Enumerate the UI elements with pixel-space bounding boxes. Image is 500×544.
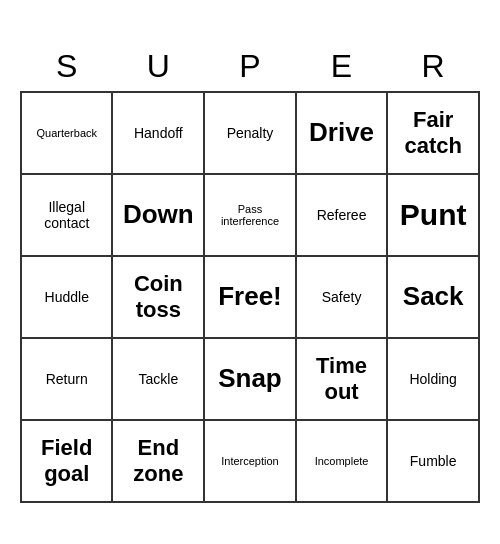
bingo-cell[interactable]: Penalty	[204, 92, 296, 174]
bingo-cell[interactable]: Interception	[204, 420, 296, 502]
table-row: QuarterbackHandoffPenaltyDriveFair catch	[21, 92, 479, 174]
bingo-cell[interactable]: Field goal	[21, 420, 112, 502]
header-letter: S	[21, 42, 112, 92]
bingo-cell[interactable]: Tackle	[112, 338, 204, 420]
bingo-cell[interactable]: Handoff	[112, 92, 204, 174]
bingo-cell[interactable]: Coin toss	[112, 256, 204, 338]
bingo-cell[interactable]: Illegal contact	[21, 174, 112, 256]
table-row: Illegal contactDownPass interferenceRefe…	[21, 174, 479, 256]
bingo-cell[interactable]: Punt	[387, 174, 479, 256]
bingo-cell[interactable]: Fair catch	[387, 92, 479, 174]
bingo-cell[interactable]: Time out	[296, 338, 388, 420]
bingo-cell[interactable]: Quarterback	[21, 92, 112, 174]
table-row: Field goalEnd zoneInterceptionIncomplete…	[21, 420, 479, 502]
bingo-card: SUPER QuarterbackHandoffPenaltyDriveFair…	[20, 42, 480, 503]
table-row: HuddleCoin tossFree!SafetySack	[21, 256, 479, 338]
bingo-cell[interactable]: Snap	[204, 338, 296, 420]
bingo-cell[interactable]: Huddle	[21, 256, 112, 338]
header-letter: R	[387, 42, 479, 92]
header-letter: P	[204, 42, 296, 92]
bingo-cell[interactable]: Incomplete	[296, 420, 388, 502]
bingo-cell[interactable]: End zone	[112, 420, 204, 502]
bingo-cell[interactable]: Sack	[387, 256, 479, 338]
bingo-cell[interactable]: Return	[21, 338, 112, 420]
bingo-cell[interactable]: Referee	[296, 174, 388, 256]
bingo-cell[interactable]: Safety	[296, 256, 388, 338]
header-letter: E	[296, 42, 388, 92]
bingo-cell[interactable]: Down	[112, 174, 204, 256]
bingo-cell[interactable]: Free!	[204, 256, 296, 338]
table-row: ReturnTackleSnapTime outHolding	[21, 338, 479, 420]
bingo-cell[interactable]: Fumble	[387, 420, 479, 502]
bingo-cell[interactable]: Pass interference	[204, 174, 296, 256]
bingo-cell[interactable]: Holding	[387, 338, 479, 420]
bingo-cell[interactable]: Drive	[296, 92, 388, 174]
header-letter: U	[112, 42, 204, 92]
